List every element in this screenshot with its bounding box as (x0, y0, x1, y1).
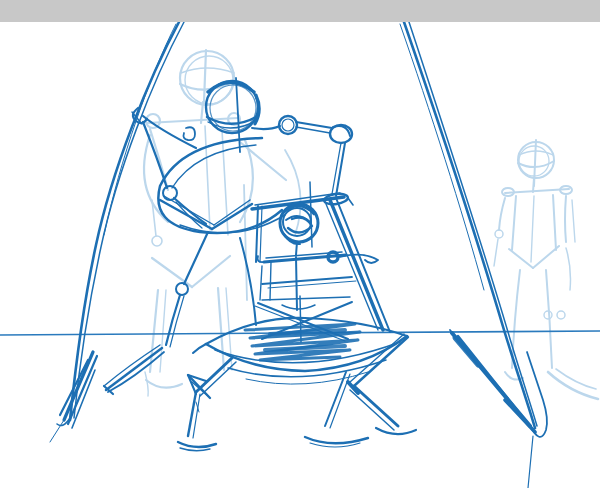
rider-neck (296, 242, 297, 255)
drawing-canvas[interactable] (0, 0, 600, 488)
top-toolbar (0, 0, 600, 22)
rider-spine (296, 257, 297, 310)
sketch-artwork (0, 0, 600, 488)
